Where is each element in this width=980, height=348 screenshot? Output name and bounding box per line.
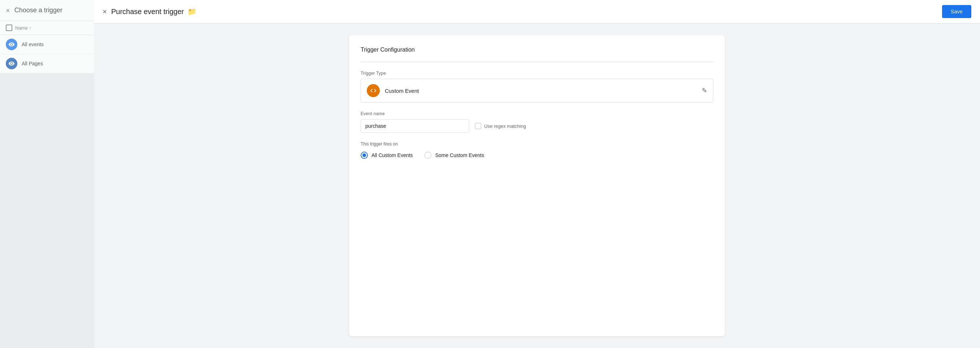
radio-group: All Custom Events Some Custom Events [361,152,713,159]
panel-title: Purchase event trigger 📁 [111,7,938,16]
sidebar-item-all-pages[interactable]: All Pages [0,54,94,73]
code-icon [370,87,377,94]
save-button[interactable]: Save [942,5,971,18]
right-panel-header: × Purchase event trigger 📁 Save [94,0,980,24]
fires-on-section: This trigger fires on All Custom Events … [361,141,713,159]
trigger-type-label: Trigger Type [361,71,713,76]
trigger-type-box: Custom Event ✎ [361,79,713,103]
panel-title-text: Purchase event trigger [111,8,184,16]
trigger-type-left: Custom Event [367,84,419,97]
radio-outer-some-custom [424,152,431,159]
event-name-label: Event name [361,111,713,116]
config-card: Trigger Configuration Trigger Type Custo… [349,35,725,337]
list-header-name-col: Name ↑ [15,25,32,31]
regex-checkbox[interactable] [475,123,481,129]
radio-option-all-custom[interactable]: All Custom Events [361,152,413,159]
radio-label-some-custom: Some Custom Events [435,152,484,158]
all-pages-label: All Pages [22,61,43,66]
radio-inner-all-custom [363,153,366,157]
sidebar-item-all-events[interactable]: All events [0,35,94,54]
trigger-type-name: Custom Event [385,88,419,94]
all-events-icon [6,39,18,50]
eye-dark-icon [8,60,15,67]
all-pages-icon [6,58,18,69]
section-divider [361,62,713,62]
event-name-input[interactable] [361,119,469,133]
eye-icon [8,41,15,47]
custom-event-icon [367,84,380,97]
edit-trigger-type-icon[interactable]: ✎ [702,87,707,95]
event-name-row: Use regex matching [361,119,713,133]
regex-row: Use regex matching [475,123,526,129]
right-panel-body: Trigger Configuration Trigger Type Custo… [94,24,980,348]
all-events-label: All events [22,41,44,47]
left-panel: × Choose a trigger Name ↑ All events All… [0,0,94,348]
left-panel-list-header: Name ↑ [0,21,94,35]
left-panel-header: × Choose a trigger [0,0,94,21]
radio-label-all-custom: All Custom Events [371,152,413,158]
folder-icon[interactable]: 📁 [188,7,197,16]
config-card-title: Trigger Configuration [361,47,713,53]
right-panel-close-icon[interactable]: × [103,8,107,15]
left-panel-close-icon[interactable]: × [6,7,10,14]
fires-on-label: This trigger fires on [361,141,713,147]
regex-label: Use regex matching [484,123,526,129]
left-panel-title: Choose a trigger [14,6,62,14]
list-header-checkbox[interactable] [6,25,12,31]
radio-option-some-custom[interactable]: Some Custom Events [424,152,484,159]
radio-outer-all-custom [361,152,368,159]
right-panel: × Purchase event trigger 📁 Save Trigger … [94,0,980,348]
